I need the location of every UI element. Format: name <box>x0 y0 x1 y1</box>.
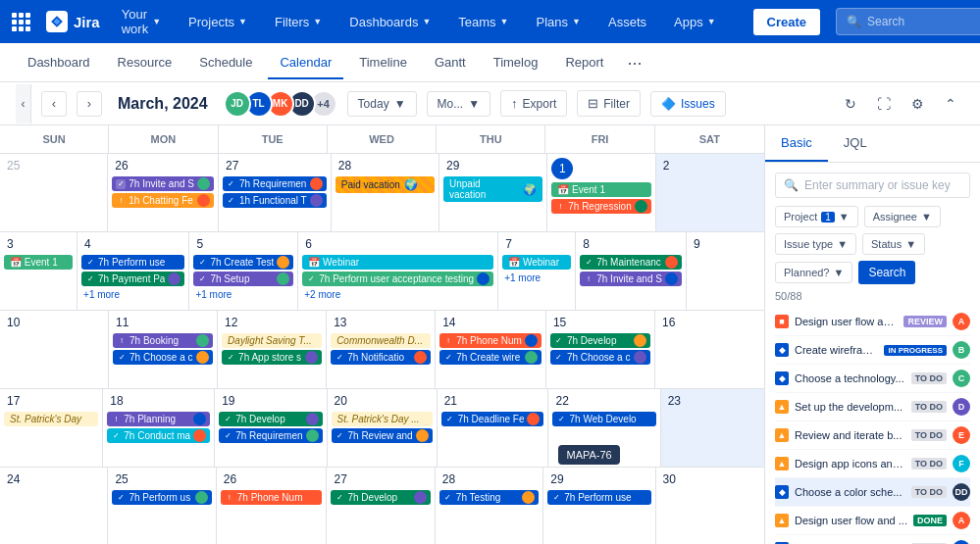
subnav-more[interactable]: ··· <box>619 54 649 72</box>
cal-day[interactable]: 11 ! 7h Booking ✓ 7h Choose a c <box>109 311 218 389</box>
cal-day[interactable]: 9 <box>687 232 764 311</box>
event-pill[interactable]: ✓ 7h Testing <box>439 490 539 505</box>
cal-day[interactable]: 27 ✓ 7h Requiremen ✓ 1h Functional T <box>219 154 332 232</box>
event-pill[interactable]: ✓ 7h App store s <box>222 350 322 365</box>
cal-day[interactable]: 27 ✓ 7h Develop <box>327 468 435 544</box>
cal-day[interactable]: 29 ✓ 7h Perform use <box>543 468 655 544</box>
cal-day[interactable]: 8 ✓ 7h Maintenanc ! 7h Invite and S <box>576 232 687 311</box>
cal-day[interactable]: 26 ! 7h Phone Num <box>217 468 328 544</box>
nav-filters[interactable]: Filters ▼ <box>269 11 328 33</box>
event-pill[interactable]: ✓ 7h Create wire <box>439 350 542 365</box>
cal-day[interactable]: 15 ✓ 7h Develop ✓ 7h Choose a c <box>546 311 655 389</box>
cal-day[interactable]: 7 📅 Webinar +1 more <box>498 232 576 311</box>
cal-day[interactable]: 1 📅 Event 1 ! 7h Regression <box>547 154 655 232</box>
nav-projects[interactable]: Projects ▼ <box>182 11 253 33</box>
assignee-filter[interactable]: Assignee ▼ <box>864 206 941 227</box>
nav-assets[interactable]: Assets <box>602 11 652 33</box>
event-pill[interactable]: ✓ 7h Choose a c <box>113 350 213 365</box>
issue-type-filter[interactable]: Issue type ▼ <box>775 233 856 255</box>
next-month-button[interactable]: › <box>77 91 102 117</box>
subnav-timelog[interactable]: Timelog <box>482 47 550 79</box>
global-search[interactable]: 🔍 Search <box>836 8 980 35</box>
event-pill[interactable]: ✓ 7h Web Develo <box>552 412 655 426</box>
event-pill[interactable]: ✓ 7h Requiremen <box>223 176 327 191</box>
event-pill[interactable]: ✓ 7h Develop <box>219 412 322 426</box>
cal-day[interactable]: 18 ! 7h Planning ✓ 7h Conduct ma <box>103 389 215 468</box>
fullscreen-icon[interactable]: ⛶ <box>870 90 898 118</box>
nav-your-work[interactable]: Your work ▼ <box>116 3 167 40</box>
cal-day[interactable]: 10 <box>0 311 109 389</box>
event-pill[interactable]: ✓ 7h Setup <box>193 272 293 286</box>
event-pill[interactable]: ✓ 7h Maintenanc <box>580 255 682 270</box>
nav-teams[interactable]: Teams ▼ <box>452 11 514 33</box>
tab-basic[interactable]: Basic <box>765 125 828 162</box>
vacation-event[interactable]: Paid vacation 🌍 <box>335 176 435 193</box>
event-pill[interactable]: ✓ 7h Perform use <box>81 255 184 270</box>
cal-day[interactable]: 26 ✓ 7h Invite and S ! 1h Chatting Fe <box>108 154 219 232</box>
event-pill[interactable]: ✓ 7h Requiremen <box>219 428 322 443</box>
refresh-icon[interactable]: ↻ <box>837 90 864 118</box>
prev-month-button[interactable]: ‹ <box>41 91 67 117</box>
event-pill[interactable]: ✓ 7h Notificatio <box>331 350 431 365</box>
cal-day[interactable]: 2 <box>656 154 764 232</box>
subnav-report[interactable]: Report <box>553 47 615 79</box>
cal-day[interactable]: 13 Commonwealth D... ✓ 7h Notificatio <box>327 311 436 389</box>
cal-day[interactable]: 23 <box>661 389 764 468</box>
event-pill[interactable]: ! 7h Regression <box>551 199 650 214</box>
issue-search-field[interactable]: 🔍 <box>775 173 970 198</box>
cal-day[interactable]: 28 Paid vacation 🌍 <box>332 154 439 232</box>
cal-day[interactable]: 19 ✓ 7h Develop ✓ 7h Requiremen <box>215 389 327 468</box>
more-link[interactable]: +1 more <box>193 288 293 301</box>
create-button[interactable]: Create <box>753 9 820 35</box>
cal-day[interactable]: 24 <box>0 468 108 544</box>
list-item[interactable]: ▲ Set up the developm... TO DO D <box>775 393 970 421</box>
event-pill[interactable]: ! 7h Phone Num <box>221 490 323 505</box>
event-pill[interactable]: ✓ 7h Perform us <box>112 490 211 505</box>
event-pill[interactable]: ✓ 7h Review and <box>332 428 433 443</box>
more-button[interactable]: Mo... ▼ <box>427 91 491 117</box>
status-filter[interactable]: Status ▼ <box>862 233 925 255</box>
cal-day[interactable]: 4 ✓ 7h Perform use ✓ 7h Payment Pa +1 mo… <box>77 232 189 311</box>
issues-button[interactable]: 🔷 Issues <box>650 91 726 117</box>
app-grid-icon[interactable] <box>12 10 30 33</box>
event-pill[interactable]: ✓ 7h Perform use <box>547 490 650 505</box>
nav-plans[interactable]: Plans ▼ <box>531 11 587 33</box>
issue-search-input[interactable] <box>804 178 961 192</box>
list-item[interactable]: ◆ Create wireframe... IN PROGRESS B <box>775 336 970 365</box>
event-pill[interactable]: ! 7h Planning <box>107 412 210 426</box>
more-link[interactable]: +1 more <box>502 272 571 284</box>
cal-day[interactable]: 14 ! 7h Phone Num ✓ 7h Create wire <box>436 311 546 389</box>
event-pill[interactable]: ! 7h Invite and S <box>580 272 682 286</box>
nav-dashboards[interactable]: Dashboards ▼ <box>343 11 437 33</box>
collapse-icon[interactable]: ⌃ <box>937 90 964 118</box>
list-item[interactable]: ▲ Review and iterate b... TO DO E <box>775 421 970 450</box>
event-pill[interactable]: ! 1h Chatting Fe <box>112 193 214 208</box>
all-day-event[interactable]: 📅 Event 1 <box>551 182 650 197</box>
event-pill[interactable]: ✓ 7h Deadline Fe <box>441 412 544 426</box>
webinar-event[interactable]: 📅 Webinar <box>502 255 571 270</box>
cal-day[interactable]: 20 St. Patrick's Day ... ✓ 7h Review and <box>328 389 438 468</box>
cal-day[interactable]: 3 📅 Event 1 <box>0 232 77 311</box>
event-pill[interactable]: ✓ 1h Functional T <box>223 193 327 208</box>
cal-day[interactable]: 29 Unpaid vacation 🌍 <box>439 154 547 232</box>
jira-logo[interactable]: Jira <box>46 11 100 32</box>
project-filter[interactable]: Project 1 ▼ <box>775 206 858 227</box>
cal-day[interactable]: 25 <box>0 154 108 232</box>
cal-day[interactable]: 5 ✓ 7h Create Test ✓ 7h Setup +1 more <box>189 232 298 311</box>
cal-day[interactable]: 17 St. Patrick's Day <box>0 389 103 468</box>
event-pill[interactable]: ✓ 7h Payment Pa <box>81 272 184 286</box>
event-pill[interactable]: ✓ 7h Perform user acceptance testing <box>302 272 493 286</box>
nav-apps[interactable]: Apps ▼ <box>668 11 722 33</box>
subnav-dashboard[interactable]: Dashboard <box>16 47 102 79</box>
cal-day[interactable]: 22 ✓ 7h Web Develo MAPA-76 <box>548 389 660 468</box>
webinar-event[interactable]: 📅 Webinar <box>302 255 493 270</box>
more-link[interactable]: +1 more <box>81 288 184 301</box>
event-pill[interactable]: ✓ 7h Invite and S <box>112 176 214 191</box>
event-pill[interactable]: ✓ 7h Choose a c <box>550 350 650 365</box>
more-link[interactable]: +2 more <box>302 288 493 301</box>
search-button[interactable]: Search <box>858 261 915 284</box>
cal-day[interactable]: 21 ✓ 7h Deadline Fe <box>438 389 549 468</box>
event-pill[interactable]: ✓ 7h Create Test <box>193 255 293 270</box>
list-item[interactable]: ◆ Choose a technology... TO DO C <box>775 365 970 393</box>
subnav-calendar[interactable]: Calendar <box>268 47 343 79</box>
